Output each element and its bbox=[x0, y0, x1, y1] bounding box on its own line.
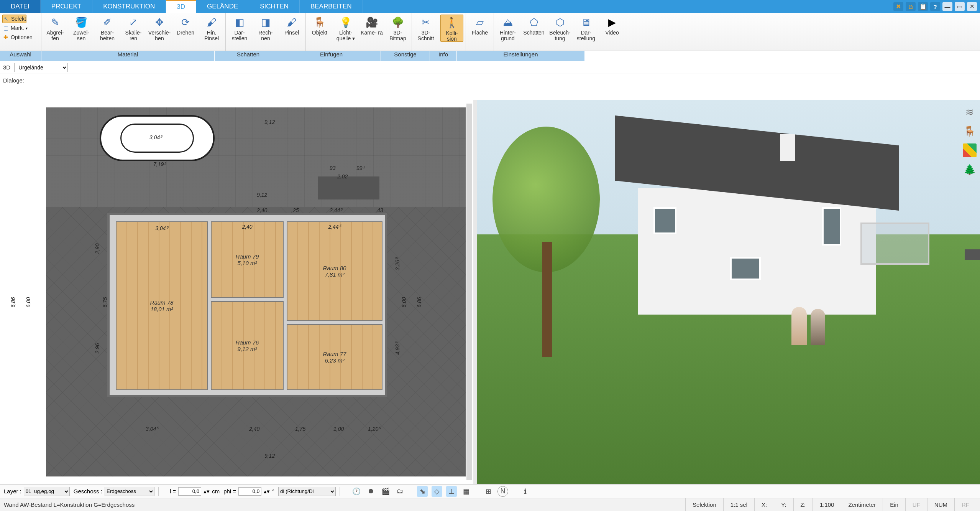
house-3d bbox=[615, 130, 899, 315]
status-y: Y: bbox=[774, 498, 793, 511]
drehen-button[interactable]: ⟳Drehen bbox=[174, 15, 197, 36]
room-77: Raum 776,23 m² bbox=[287, 324, 382, 390]
person-1 bbox=[791, 307, 807, 345]
scrollbar-2d[interactable] bbox=[466, 104, 472, 480]
schatten-rechnen-button[interactable]: ◨Rech- nen bbox=[254, 15, 277, 41]
minimize-button[interactable]: — bbox=[942, 2, 952, 11]
plan-2d-viewport[interactable]: 3,04⁵ 9,12 7,19⁵ 93 99⁵ 2,02 9,12 2,40 ,… bbox=[0, 100, 473, 484]
room-79: Raum 795,10 m² 2,40 bbox=[211, 221, 284, 298]
abgreifen-button[interactable]: ✎Abgrei- fen bbox=[44, 15, 67, 41]
save-icon[interactable]: 🗎 bbox=[906, 2, 916, 11]
flaeche-button[interactable]: ▱Fläche bbox=[468, 15, 491, 36]
3d-bitmap-button[interactable]: 🌳3D- Bitmap bbox=[386, 15, 409, 41]
dim-326: 3,26⁵ bbox=[394, 257, 401, 270]
layers-icon[interactable]: ≋ bbox=[963, 105, 977, 119]
clipboard-icon[interactable]: 📋 bbox=[918, 2, 928, 11]
grid-icon[interactable]: ⊞ bbox=[483, 486, 494, 497]
hintergrund-button[interactable]: ⛰Hinter- grund bbox=[496, 15, 519, 41]
menu-3d[interactable]: 3D bbox=[166, 0, 196, 13]
l-input[interactable] bbox=[178, 487, 201, 496]
menu-projekt[interactable]: PROJEKT bbox=[41, 0, 92, 13]
maximize-button[interactable]: ▭ bbox=[955, 2, 965, 11]
snap-mid-icon[interactable]: ◇ bbox=[432, 486, 442, 497]
selekt-button[interactable]: ↖Selekt bbox=[2, 15, 26, 23]
menu-bearbeiten[interactable]: BEARBEITEN bbox=[300, 0, 363, 13]
skalieren-button[interactable]: ⤢Skalie- ren bbox=[122, 15, 145, 41]
menu-datei[interactable]: DATEI bbox=[0, 0, 41, 13]
layer-select[interactable]: 01_ug,eg,og bbox=[24, 487, 70, 496]
status-rf: RF bbox=[954, 498, 976, 511]
schatten-darstellen-button[interactable]: ◧Dar- stellen bbox=[228, 15, 251, 41]
verschieben-button[interactable]: ✥Verschie- ben bbox=[148, 15, 171, 41]
spinner-icon[interactable]: ▴▾ bbox=[264, 488, 270, 495]
group-einstellungen: Einstellungen bbox=[457, 51, 585, 61]
spinner-icon[interactable]: ▴▾ bbox=[204, 488, 210, 495]
hinpinsel-button[interactable]: 🖌Hin. Pinsel bbox=[200, 15, 223, 41]
geschoss-label: Geschoss : bbox=[74, 488, 102, 495]
optionen-button[interactable]: ✚Optionen bbox=[2, 33, 33, 41]
window-controls: ✖ 🗎 📋 ? — ▭ ✕ bbox=[893, 0, 980, 13]
dim-bench3: 2,02 bbox=[337, 173, 348, 180]
bottom-toolbar: Layer : 01_ug,eg,og Geschoss : Erdgescho… bbox=[0, 484, 980, 498]
dl-select[interactable]: dl (Richtung/Di bbox=[278, 487, 336, 496]
phi-input[interactable] bbox=[238, 487, 261, 496]
darstellung-button[interactable]: 🖥Dar- stellung bbox=[575, 15, 598, 41]
clock-icon[interactable]: 🕐 bbox=[351, 486, 362, 497]
room-76: Raum 769,12 m² bbox=[211, 301, 284, 390]
kamera-button[interactable]: 🎥Kame- ra bbox=[360, 15, 383, 36]
close-button[interactable]: ✕ bbox=[967, 2, 977, 11]
menu-konstruktion[interactable]: KONSTRUKTION bbox=[92, 0, 166, 13]
status-uf: UF bbox=[905, 498, 927, 511]
eyedropper-icon: ✎ bbox=[48, 15, 62, 29]
ribbon-material: ✎Abgrei- fen 🪣Zuwei- sen ✐Bear- beiten ⤢… bbox=[41, 13, 226, 51]
tools-icon[interactable]: ✖ bbox=[893, 2, 903, 11]
help-icon[interactable]: ? bbox=[930, 2, 940, 11]
tree-3d bbox=[492, 127, 600, 357]
terrain-type-select[interactable]: Urgelände bbox=[14, 63, 68, 72]
snap-endpoint-icon[interactable]: ⬊ bbox=[417, 486, 428, 497]
status-ein: Ein bbox=[883, 498, 905, 511]
objekt-button[interactable]: 🪑Objekt bbox=[308, 15, 331, 36]
dim-left-h2: 6,00 bbox=[25, 297, 31, 307]
section-icon: ✂ bbox=[419, 15, 433, 29]
menu-gelaende[interactable]: GELÄNDE bbox=[196, 0, 249, 13]
bucket-icon: 🪣 bbox=[74, 15, 88, 29]
info-icon[interactable]: ℹ bbox=[520, 486, 530, 497]
group-schatten: Schatten bbox=[215, 51, 282, 61]
video-button[interactable]: ▶Video bbox=[601, 15, 624, 36]
menu-sichten[interactable]: SICHTEN bbox=[249, 0, 300, 13]
bearbeiten-button[interactable]: ✐Bear- beiten bbox=[96, 15, 119, 41]
dim-car-below: 7,19⁵ bbox=[153, 161, 166, 167]
snap-perp-icon[interactable]: ⊥ bbox=[446, 486, 457, 497]
zuweisen-button[interactable]: 🪣Zuwei- sen bbox=[70, 15, 93, 41]
shadow-icon: ⬠ bbox=[527, 15, 541, 29]
dim-290: 2,90 bbox=[94, 243, 100, 254]
plant-icon[interactable]: 🌲 bbox=[963, 163, 977, 176]
pane-splitter[interactable] bbox=[473, 100, 477, 484]
stack-icon[interactable]: 🗂 bbox=[395, 486, 405, 497]
geschoss-select[interactable]: Erdgeschoss bbox=[105, 487, 154, 496]
lighting-icon: ⬡ bbox=[553, 15, 567, 29]
camera-path-icon[interactable]: 🎬 bbox=[380, 486, 391, 497]
dim-bench2: 99⁵ bbox=[356, 165, 365, 171]
record-icon[interactable]: ⏺ bbox=[366, 486, 376, 497]
background-icon: ⛰ bbox=[501, 15, 515, 29]
schatten-settings-button[interactable]: ⬠Schatten bbox=[522, 15, 545, 36]
dialoge-label: Dialoge: bbox=[3, 77, 24, 84]
beleuchtung-button[interactable]: ⬡Beleuch- tung bbox=[548, 15, 571, 41]
status-scale: 1:100 bbox=[813, 498, 841, 511]
3d-schnitt-button[interactable]: ✂3D- Schnitt bbox=[414, 15, 437, 41]
render-3d-viewport[interactable]: ≋ 🪑 🌲 bbox=[477, 100, 980, 484]
display-icon: 🖥 bbox=[579, 15, 593, 29]
materials-icon[interactable] bbox=[963, 143, 977, 157]
lichtquelle-button[interactable]: 💡Licht- quelle ▾ bbox=[334, 15, 357, 41]
furniture-icon[interactable]: 🪑 bbox=[963, 124, 977, 138]
snap-grid-icon[interactable]: ▦ bbox=[461, 486, 471, 497]
edit-icon: ✐ bbox=[100, 15, 114, 29]
mark-button[interactable]: ⬚Mark.▾ bbox=[2, 24, 28, 32]
kollision-button[interactable]: 🚶Kolli- sion bbox=[440, 15, 463, 42]
north-icon[interactable]: N bbox=[497, 486, 508, 497]
play-icon: ▶ bbox=[605, 15, 619, 29]
schatten-pinsel-button[interactable]: 🖌Pinsel bbox=[280, 15, 303, 36]
panel-toggle[interactable] bbox=[965, 249, 980, 260]
